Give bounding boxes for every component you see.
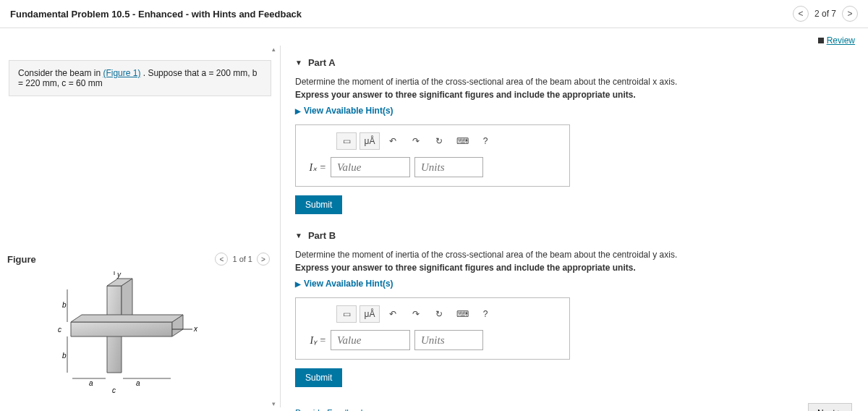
dim-a2: a: [136, 379, 140, 387]
help-icon[interactable]: ?: [475, 305, 495, 323]
part-a-instruction-2: Express your answer to three significant…: [295, 90, 858, 100]
part-a-header[interactable]: ▼ Part A: [295, 57, 858, 68]
help-icon[interactable]: ?: [475, 132, 495, 150]
problem-statement: Consider the beam in (Figure 1) . Suppos…: [9, 60, 271, 96]
redo-icon[interactable]: ↷: [406, 132, 426, 150]
part-a-submit-button[interactable]: Submit: [295, 195, 342, 214]
problem-counter: 2 of 7: [814, 9, 836, 19]
undo-icon[interactable]: ↶: [383, 132, 403, 150]
dim-b2: b: [62, 352, 67, 360]
part-a-hints-link[interactable]: ▶ View Available Hint(s): [295, 106, 858, 116]
svg-marker-1: [71, 322, 172, 336]
dim-a1: a: [89, 379, 93, 387]
keyboard-icon[interactable]: ⌨: [452, 305, 472, 323]
caret-down-icon: ▼: [295, 232, 302, 240]
part-a-title: Part A: [308, 57, 336, 68]
figure-title: Figure: [7, 254, 36, 265]
axis-x-label: x: [193, 325, 198, 333]
review-link[interactable]: Review: [818, 35, 855, 46]
figure-counter: 1 of 1: [232, 255, 252, 263]
symbols-icon[interactable]: μÅ: [359, 305, 380, 323]
provide-feedback-link[interactable]: Provide Feedback: [295, 408, 365, 411]
part-b-header[interactable]: ▼ Part B: [295, 230, 858, 241]
part-b-instruction-1: Determine the moment of inertia of the c…: [295, 250, 858, 260]
part-b-variable-label: Iᵧ =: [305, 334, 326, 347]
caret-down-icon: ▼: [295, 59, 302, 67]
redo-icon[interactable]: ↷: [406, 305, 426, 323]
triangle-right-icon: ▶: [295, 107, 301, 115]
part-b-units-input[interactable]: [414, 330, 483, 350]
scroll-up-icon[interactable]: ▴: [272, 46, 276, 53]
part-b-hints-label: View Available Hint(s): [304, 279, 393, 289]
review-label: Review: [827, 35, 855, 46]
undo-icon[interactable]: ↶: [383, 305, 403, 323]
part-b-hints-link[interactable]: ▶ View Available Hint(s): [295, 279, 858, 289]
part-b-answer-box: ▭ μÅ ↶ ↷ ↻ ⌨ ? Iᵧ =: [295, 297, 570, 360]
part-a-units-input[interactable]: [414, 157, 483, 177]
axis-y-label: y: [116, 271, 122, 279]
svg-marker-5: [71, 315, 183, 322]
figure-link[interactable]: (Figure 1): [103, 68, 140, 78]
prev-problem-button[interactable]: <: [793, 6, 809, 22]
next-button[interactable]: Next >: [808, 403, 852, 411]
reset-icon[interactable]: ↻: [429, 132, 449, 150]
part-a-variable-label: Iₓ =: [305, 161, 326, 174]
part-a-hints-label: View Available Hint(s): [304, 106, 393, 116]
page-title: Fundamental Problem 10.5 - Enhanced - wi…: [10, 9, 302, 20]
part-b-instruction-2: Express your answer to three significant…: [295, 263, 858, 273]
reset-icon[interactable]: ↻: [429, 305, 449, 323]
symbols-icon[interactable]: μÅ: [359, 132, 380, 150]
part-b-title: Part B: [308, 230, 336, 241]
review-icon: [818, 38, 824, 43]
dim-c2: c: [112, 386, 116, 394]
part-b-value-input[interactable]: [331, 330, 410, 350]
part-a-answer-box: ▭ μÅ ↶ ↷ ↻ ⌨ ? Iₓ =: [295, 124, 570, 187]
part-b-submit-button[interactable]: Submit: [295, 368, 342, 387]
next-problem-button[interactable]: >: [842, 6, 858, 22]
figure-image: y x b b c a a c: [27, 271, 271, 402]
dim-b1: b: [62, 301, 67, 309]
scroll-down-icon[interactable]: ▾: [272, 400, 276, 407]
template-icon[interactable]: ▭: [336, 132, 357, 150]
template-icon[interactable]: ▭: [336, 305, 357, 323]
dim-c1: c: [58, 326, 61, 334]
figure-prev-button[interactable]: <: [215, 253, 228, 266]
keyboard-icon[interactable]: ⌨: [452, 132, 472, 150]
part-a-value-input[interactable]: [331, 157, 410, 177]
triangle-right-icon: ▶: [295, 280, 301, 288]
problem-text-prefix: Consider the beam in: [18, 68, 103, 78]
part-a-instruction-1: Determine the moment of inertia of the c…: [295, 77, 858, 87]
